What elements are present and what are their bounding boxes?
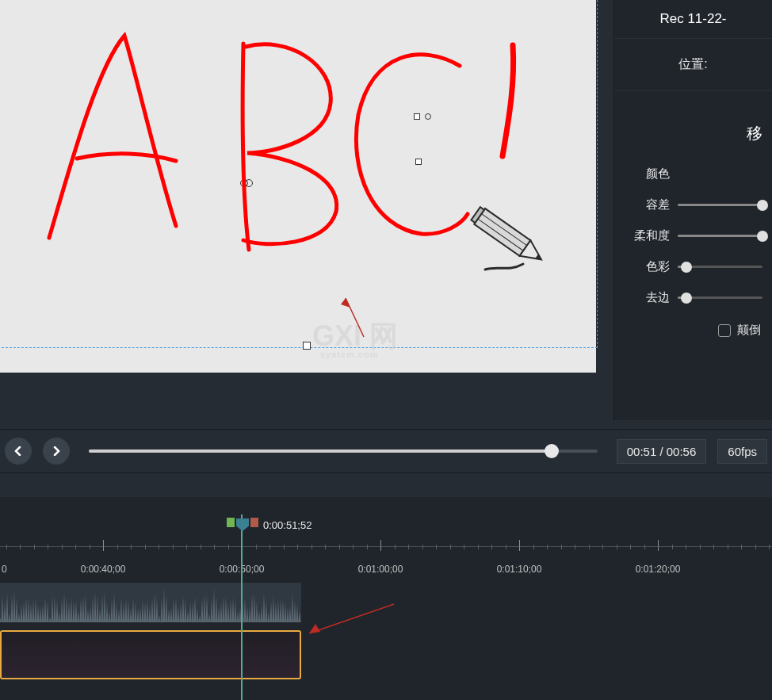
ruler-label: 0:01:20;00 xyxy=(636,564,681,575)
slider-color-label: 颜色 xyxy=(624,166,670,182)
slider-defringe-row: 去边 xyxy=(614,282,772,313)
slider-hue-label: 色彩 xyxy=(624,259,670,274)
slider-tolerance-row: 容差 xyxy=(614,189,772,220)
timeline-playhead[interactable] xyxy=(241,514,243,700)
group-handle-bottom[interactable] xyxy=(415,159,422,165)
slider-softness-label: 柔和度 xyxy=(624,228,670,243)
seek-bar[interactable] xyxy=(89,449,598,453)
video-track-clip[interactable] xyxy=(0,630,301,679)
chevron-left-icon xyxy=(13,446,23,456)
svg-marker-9 xyxy=(309,624,320,633)
ruler-label: 0 xyxy=(2,564,7,575)
group-handle-circle[interactable] xyxy=(425,113,431,120)
slider-softness[interactable] xyxy=(678,235,762,237)
invert-label: 颠倒 xyxy=(737,323,761,338)
selection-bounds[interactable] xyxy=(0,0,598,348)
seek-thumb[interactable] xyxy=(545,444,559,458)
next-frame-button[interactable] xyxy=(43,438,70,465)
svg-line-8 xyxy=(309,604,394,633)
resize-handle-bottom[interactable] xyxy=(303,342,311,350)
annotation-arrow-1 xyxy=(336,293,376,341)
audio-track-clip[interactable] xyxy=(0,583,301,622)
position-label: 位置: xyxy=(614,39,772,90)
panel-title: Rec 11-22- xyxy=(614,0,772,39)
invert-row: 颠倒 xyxy=(614,313,772,347)
ruler-label: 0:01:10;00 xyxy=(497,564,542,575)
panel-section-title: 移 xyxy=(614,90,772,159)
group-handle[interactable] xyxy=(414,113,420,120)
slider-softness-row: 柔和度 xyxy=(614,220,772,251)
fps-display[interactable]: 60fps xyxy=(717,439,767,464)
ruler-label: 0:01:00;00 xyxy=(358,564,403,575)
playback-bar: 00:51 / 00:56 60fps xyxy=(0,429,772,473)
slider-defringe-label: 去边 xyxy=(624,290,670,305)
slider-color-row: 颜色 xyxy=(614,159,772,189)
timeline-panel[interactable]: 00:00:40;000:00:50;000:01:00;000:01:10;0… xyxy=(0,497,772,700)
time-display: 00:51 / 00:56 xyxy=(617,439,707,464)
slider-tolerance-label: 容差 xyxy=(624,197,670,212)
marker-end-icon[interactable] xyxy=(250,518,258,527)
invert-checkbox[interactable] xyxy=(718,324,731,337)
annotation-arrow-2 xyxy=(303,600,398,640)
properties-panel: Rec 11-22- 位置: 移 颜色 容差 柔和度 色彩 去边 颠倒 xyxy=(613,0,772,420)
ruler-label: 0:00:40;00 xyxy=(81,564,126,575)
timeline-ruler[interactable]: 00:00:40;000:00:50;000:01:00;000:01:10;0… xyxy=(0,514,772,575)
slider-defringe[interactable] xyxy=(678,296,762,299)
playhead-time: 0:00:51;52 xyxy=(263,519,311,531)
marker-start-icon[interactable] xyxy=(227,518,235,527)
preview-area[interactable]: GXI 网 system.com xyxy=(0,0,613,420)
prev-frame-button[interactable] xyxy=(5,438,32,465)
slider-hue[interactable] xyxy=(678,266,762,268)
chevron-right-icon xyxy=(52,446,61,456)
slider-hue-row: 色彩 xyxy=(614,251,772,282)
playhead-grip-icon[interactable] xyxy=(236,518,249,531)
svg-marker-7 xyxy=(341,298,350,308)
playhead-handle[interactable] xyxy=(233,516,252,534)
rotation-center-icon[interactable] xyxy=(240,179,250,189)
waveform-icon xyxy=(0,583,301,622)
slider-tolerance[interactable] xyxy=(678,204,762,206)
